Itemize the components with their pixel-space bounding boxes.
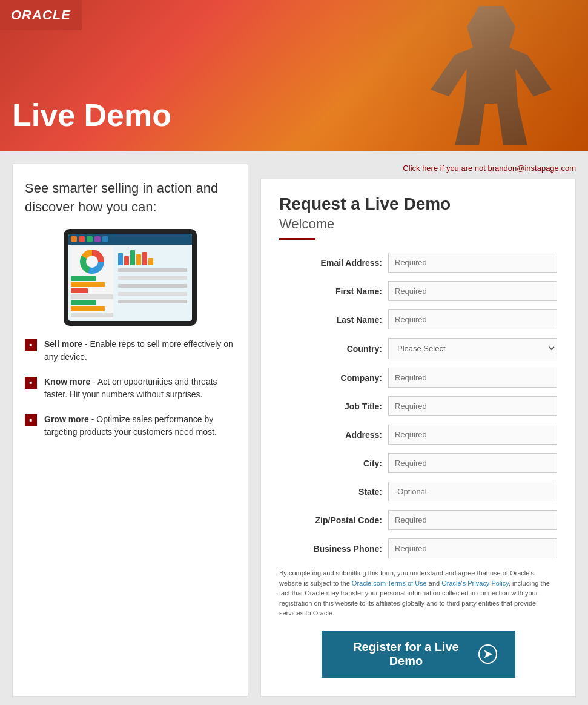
row-gray [71,294,113,299]
table-row-5 [118,300,187,303]
left-panel: See smarter selling in action and discov… [12,164,248,697]
last-name-label: Last Name: [279,315,382,325]
tablet-icon-2 [79,236,85,242]
first-name-row: First Name: [279,281,557,301]
right-panel: Click here if you are not brandon@instap… [260,164,576,697]
zip-row: Zip/Postal Code: [279,510,557,530]
person-image [431,6,552,145]
country-row: Country: Please Select United States Uni… [279,338,557,359]
tablet-screen [68,234,192,321]
form-divider [279,238,315,240]
city-label: City: [279,458,382,468]
country-select[interactable]: Please Select United States United Kingd… [388,338,557,359]
table-row-3 [118,284,187,288]
register-button-label: Register for a Live Demo [340,640,473,668]
tablet-body [68,245,192,321]
address-row: Address: [279,425,557,445]
address-input[interactable] [388,425,557,445]
row-red [71,288,88,293]
state-input[interactable] [388,482,557,501]
tablet-icon-5 [102,236,108,242]
row-green-2 [71,300,96,305]
row-yellow [71,282,105,287]
feature-bold-2: Know more [44,377,90,386]
donut-hole [86,256,98,268]
register-button[interactable]: Register for a Live Demo ➤ [322,631,515,678]
company-label: Company: [279,373,382,383]
company-row: Company: [279,368,557,388]
form-subtitle: Welcome [279,216,557,232]
state-row: State: [279,482,557,501]
feature-icon-1 [25,339,37,351]
oracle-logo: ORACLE [0,0,82,30]
tablet-left-col [71,247,113,319]
form-box: Request a Live Demo Welcome Email Addres… [260,179,576,697]
tablet-icon-3 [87,236,93,242]
bar-3 [130,250,135,265]
feature-text-2: Know more - Act on opportunities and thr… [44,376,236,401]
phone-row: Business Phone: [279,538,557,558]
country-label: Country: [279,344,382,354]
feature-text-3: Grow more - Optimize sales performance b… [44,413,236,439]
state-label: State: [279,487,382,497]
zip-label: Zip/Postal Code: [279,515,382,525]
phone-input[interactable] [388,538,557,558]
privacy-link[interactable]: Oracle's Privacy Policy [441,580,509,587]
tablet-icon-4 [94,236,101,242]
donut-chart [80,250,104,274]
row-gray-2 [71,313,113,317]
table-row-2 [118,276,187,280]
page-title: Live Demo [12,97,171,133]
job-title-row: Job Title: [279,396,557,416]
feature-text-1: Sell more - Enable reps to sell more eff… [44,338,236,363]
last-name-row: Last Name: [279,309,557,329]
bar-2 [124,256,129,265]
feature-bold-3: Grow more [44,414,89,424]
feature-bold-1: Sell more [44,339,82,349]
tablet-mockup [64,229,197,326]
row-yellow-2 [71,306,105,311]
table-row-4 [118,292,187,296]
feature-item-3: Grow more - Optimize sales performance b… [25,413,236,439]
terms-link[interactable]: Oracle.com Terms of Use [352,580,427,587]
feature-list: Sell more - Enable reps to sell more eff… [25,338,236,439]
tablet-rows [71,276,113,317]
feature-icon-3 [25,414,37,426]
bar-1 [118,253,123,265]
not-you-bar: Click here if you are not brandon@instap… [260,164,576,173]
company-input[interactable] [388,368,557,388]
register-arrow-icon: ➤ [478,644,497,664]
city-input[interactable] [388,453,557,473]
logo-text: ORACLE [11,7,71,22]
feature-item-1: Sell more - Enable reps to sell more eff… [25,338,236,363]
city-row: City: [279,453,557,473]
header-image [334,0,588,151]
phone-label: Business Phone: [279,544,382,554]
first-name-input[interactable] [388,281,557,301]
bar-4 [136,254,141,265]
tablet-chart-area [116,247,190,319]
job-title-label: Job Title: [279,402,382,411]
page-header: ORACLE Live Demo [0,0,588,151]
legal-text: By completing and submitting this form, … [279,568,557,618]
feature-item-2: Know more - Act on opportunities and thr… [25,376,236,401]
feature-icon-2 [25,377,37,389]
first-name-label: First Name: [279,286,382,296]
email-input[interactable] [388,253,557,273]
email-label: Email Address: [279,258,382,268]
email-row: Email Address: [279,253,557,273]
form-title: Request a Live Demo [279,194,557,214]
bar-6 [148,258,153,265]
address-label: Address: [279,430,382,440]
bar-5 [142,252,147,265]
main-content: See smarter selling in action and discov… [0,151,588,705]
left-panel-title: See smarter selling in action and discov… [25,179,236,217]
row-green [71,276,96,281]
tablet-icon-1 [71,236,77,242]
bar-chart [116,247,190,265]
zip-input[interactable] [388,510,557,530]
not-you-link[interactable]: Click here if you are not brandon@instap… [403,164,576,173]
job-title-input[interactable] [388,396,557,416]
last-name-input[interactable] [388,309,557,329]
table-row-1 [118,268,187,272]
